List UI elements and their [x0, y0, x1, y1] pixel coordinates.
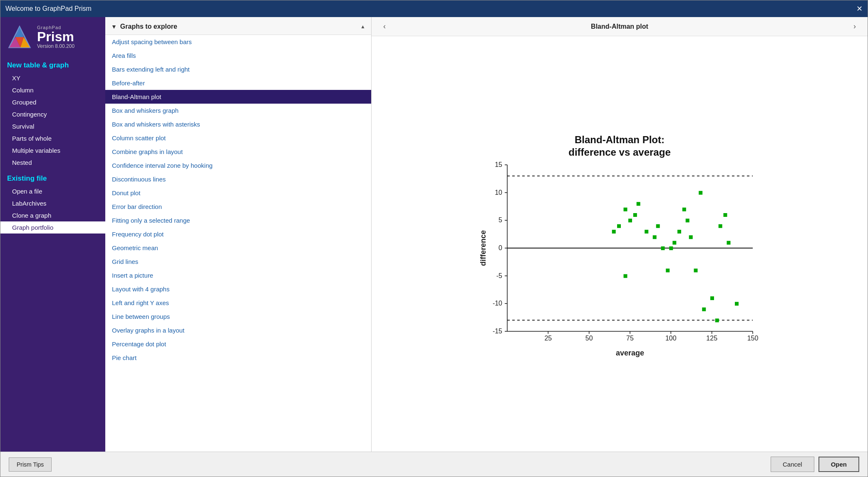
- open-button[interactable]: Open: [818, 457, 859, 472]
- list-item-error-bar[interactable]: Error bar direction: [105, 200, 371, 214]
- existing-file-section-title: Existing file: [0, 169, 105, 185]
- preview-panel: ‹ Bland-Altman plot › Bland-Altman Plot:…: [372, 17, 868, 452]
- logo-text-area: GraphPad Prism Version 8.00.200: [37, 25, 74, 49]
- graphs-header-title: Graphs to explore: [120, 23, 177, 30]
- list-item-donut-plot[interactable]: Donut plot: [105, 186, 371, 200]
- list-item-combine-graphs[interactable]: Combine graphs in layout: [105, 145, 371, 159]
- sidebar-item-graph-portfolio[interactable]: Graph portfolio: [0, 221, 105, 234]
- data-point: [656, 224, 660, 228]
- data-point: [677, 230, 681, 234]
- y-axis-label: difference: [479, 230, 487, 266]
- main-window: Welcome to GraphPad Prism ✕ GraphPad Pri…: [0, 0, 868, 477]
- preview-content: Bland-Altman Plot: difference vs average: [372, 36, 868, 452]
- data-point: [624, 274, 627, 278]
- sidebar-item-grouped[interactable]: Grouped: [0, 96, 105, 108]
- prev-button[interactable]: ‹: [380, 21, 389, 32]
- chart-area: Bland-Altman Plot: difference vs average: [380, 45, 859, 443]
- list-item-column-scatter[interactable]: Column scatter plot: [105, 131, 371, 145]
- list-item-box-whiskers[interactable]: Box and whiskers graph: [105, 104, 371, 117]
- list-item-layout-4-graphs[interactable]: Layout with 4 graphs: [105, 282, 371, 296]
- list-item-bars-extending[interactable]: Bars extending left and right: [105, 62, 371, 76]
- sidebar-item-nested[interactable]: Nested: [0, 157, 105, 169]
- data-point: [617, 224, 621, 228]
- list-item-insert-picture[interactable]: Insert a picture: [105, 268, 371, 282]
- data-point: [661, 246, 665, 250]
- close-button[interactable]: ✕: [856, 4, 863, 13]
- sidebar-item-contingency[interactable]: Contingency: [0, 108, 105, 120]
- sidebar-item-parts-of-whole[interactable]: Parts of whole: [0, 132, 105, 144]
- y-label-neg5: -5: [496, 272, 502, 279]
- preview-title: Bland-Altman plot: [389, 23, 850, 30]
- next-button[interactable]: ›: [850, 21, 859, 32]
- chart-title-line1: Bland-Altman Plot:: [575, 134, 665, 145]
- data-point: [719, 224, 722, 228]
- y-label-neg15: -15: [493, 328, 502, 335]
- list-item-discontinuous-lines[interactable]: Discontinuous lines: [105, 172, 371, 186]
- main-content: GraphPad Prism Version 8.00.200 New tabl…: [0, 17, 868, 452]
- logo-version: Version 8.00.200: [37, 43, 74, 49]
- bottom-right-buttons: Cancel Open: [771, 457, 859, 472]
- data-point: [694, 268, 698, 272]
- x-label-75: 75: [626, 335, 634, 342]
- list-item-confidence-interval[interactable]: Confidence interval zone by hooking: [105, 159, 371, 172]
- x-label-25: 25: [544, 335, 552, 342]
- list-item-bland-altman[interactable]: Bland-Altman plot: [105, 90, 371, 104]
- data-point: [699, 191, 702, 195]
- x-axis-label: average: [616, 349, 644, 357]
- cancel-button[interactable]: Cancel: [771, 457, 814, 472]
- data-point: [637, 202, 640, 206]
- sidebar-item-survival[interactable]: Survival: [0, 120, 105, 132]
- data-point: [645, 230, 648, 234]
- list-item-frequency-dot[interactable]: Frequency dot plot: [105, 227, 371, 241]
- data-point: [628, 219, 632, 222]
- x-label-50: 50: [585, 335, 593, 342]
- center-panel: ▼ Graphs to explore ▲ Adjust spacing bet…: [105, 17, 372, 452]
- data-point: [612, 230, 616, 234]
- list-item-line-between-groups[interactable]: Line between groups: [105, 310, 371, 323]
- list-item-before-after[interactable]: Before-after: [105, 76, 371, 90]
- list-item-geometric-mean[interactable]: Geometric mean: [105, 241, 371, 255]
- new-table-section-title: New table & graph: [0, 55, 105, 72]
- scroll-up-icon: ▲: [360, 24, 365, 30]
- sidebar-item-open-file[interactable]: Open a file: [0, 185, 105, 197]
- list-item-adjust-spacing[interactable]: Adjust spacing between bars: [105, 35, 371, 49]
- y-label-10: 10: [495, 189, 502, 196]
- graphs-list[interactable]: Adjust spacing between bars Area fills B…: [105, 35, 371, 452]
- data-point: [689, 235, 693, 239]
- data-point: [633, 213, 637, 217]
- title-bar: Welcome to GraphPad Prism ✕: [0, 0, 868, 17]
- collapse-arrow-icon[interactable]: ▼: [111, 23, 117, 30]
- sidebar-item-xy[interactable]: XY: [0, 72, 105, 84]
- data-point: [715, 318, 719, 322]
- y-label-15: 15: [495, 161, 502, 168]
- list-item-grid-lines[interactable]: Grid lines: [105, 255, 371, 268]
- list-item-fitting-range[interactable]: Fitting only a selected range: [105, 214, 371, 227]
- list-item-percentage-dot[interactable]: Percentage dot plot: [105, 337, 371, 351]
- preview-nav-right: ›: [850, 21, 859, 32]
- prism-tips-button[interactable]: Prism Tips: [9, 457, 52, 472]
- data-point: [710, 296, 714, 300]
- list-item-left-right-y[interactable]: Left and right Y axes: [105, 296, 371, 310]
- sidebar-item-labarchives[interactable]: LabArchives: [0, 197, 105, 209]
- list-item-pie-chart[interactable]: Pie chart: [105, 351, 371, 365]
- list-item-area-fills[interactable]: Area fills: [105, 49, 371, 62]
- bland-altman-chart: Bland-Altman Plot: difference vs average: [474, 127, 765, 360]
- scroll-up-btn[interactable]: ▲: [360, 24, 365, 30]
- y-label-5: 5: [498, 216, 502, 224]
- x-label-125: 125: [706, 335, 717, 342]
- data-point: [653, 235, 657, 239]
- list-item-overlay-graphs[interactable]: Overlay graphs in a layout: [105, 323, 371, 337]
- x-label-100: 100: [665, 335, 677, 342]
- sidebar-item-clone-graph[interactable]: Clone a graph: [0, 209, 105, 221]
- logo-name: Prism: [37, 30, 74, 43]
- data-point: [727, 241, 731, 245]
- preview-nav: ‹: [380, 21, 389, 32]
- logo-area: GraphPad Prism Version 8.00.200: [0, 17, 105, 55]
- list-item-box-whiskers-asterisks[interactable]: Box and whiskers with asterisks: [105, 117, 371, 131]
- window-title: Welcome to GraphPad Prism: [5, 5, 92, 12]
- sidebar-item-column[interactable]: Column: [0, 84, 105, 96]
- data-point: [724, 213, 727, 217]
- sidebar-item-multiple-variables[interactable]: Multiple variables: [0, 144, 105, 157]
- data-point: [735, 302, 739, 306]
- data-point: [682, 208, 686, 211]
